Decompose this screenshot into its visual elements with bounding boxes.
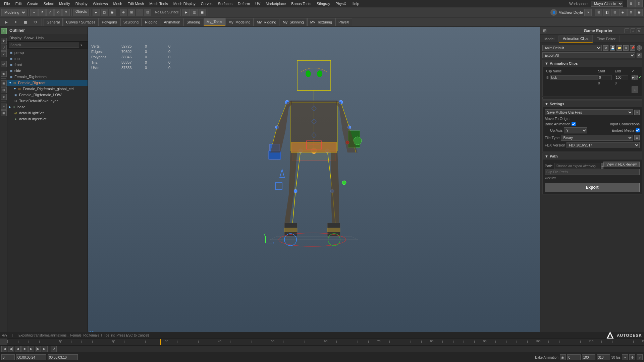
ge-save-icon[interactable]: 💾 [610, 45, 615, 51]
ge-preset-select[interactable]: Anim Default [542, 45, 602, 51]
menu-edit-mesh[interactable]: Edit Mesh [125, 1, 147, 6]
tl-range-end[interactable] [582, 354, 595, 360]
ge-save-clips-settings[interactable]: ▾ [634, 110, 640, 115]
shelf-refresh-icon[interactable]: ⟲ [31, 18, 40, 26]
ge-bake-checkbox[interactable] [572, 122, 576, 126]
menu-marketplace[interactable]: Marketplace [263, 1, 288, 6]
bake-anim-btn[interactable]: ◉ [560, 354, 566, 360]
tc-expand[interactable]: ⤢ [637, 354, 643, 360]
outliner-item-side[interactable]: ▣ side [7, 68, 88, 74]
tc-timeline-settings[interactable]: ⚙ [629, 354, 635, 360]
ge-up-axis-select[interactable]: Y [564, 127, 587, 133]
tab-polygons[interactable]: Polygons [99, 18, 120, 26]
ge-folder-icon[interactable]: 📁 [616, 45, 622, 51]
outliner-item-persp[interactable]: ▣ persp [7, 50, 88, 56]
ge-tab-anim-clips[interactable]: Animation Clips [559, 35, 593, 43]
ipr-icon[interactable]: ◫ [191, 9, 198, 16]
ge-export-select[interactable]: Export All [542, 52, 635, 58]
tab-my-modeling[interactable]: My_Modeling [225, 18, 253, 26]
tl-end-time-input[interactable] [48, 354, 78, 360]
menu-select[interactable]: Select [41, 1, 57, 6]
ge-pin-icon[interactable]: 📌 [630, 45, 635, 51]
ge-export-btn[interactable]: Export [545, 183, 640, 192]
tab-animation[interactable]: Animation [161, 18, 183, 26]
menu-stingray[interactable]: Stingray [314, 1, 333, 6]
ge-start-input[interactable] [598, 75, 611, 80]
scale-tool[interactable]: ⤢ [1, 51, 7, 57]
snap-curve-icon[interactable]: ⌒ [136, 9, 143, 16]
menu-uv[interactable]: UV [253, 1, 263, 6]
tc-prev-key[interactable]: ◀| [8, 346, 14, 352]
icon1[interactable]: ⊞ [595, 9, 602, 16]
tab-rigging[interactable]: Rigging [142, 18, 160, 26]
redo-icon[interactable]: ⟳ [62, 9, 70, 16]
ge-anim-clips-header[interactable]: ▼ Animation Clips [543, 60, 642, 67]
icon6[interactable]: ◉ [635, 9, 643, 16]
tab-sculpting[interactable]: Sculpting [120, 18, 142, 26]
paint-select-tool[interactable]: ◉ [1, 71, 7, 77]
tc-next-key[interactable]: |▶ [35, 346, 41, 352]
tab-my-rigging[interactable]: My_Rigging [254, 18, 279, 26]
menu-deform[interactable]: Deform [235, 1, 253, 6]
ge-path-header[interactable]: ▼ Path [543, 153, 642, 160]
menu-curves[interactable]: Curves [198, 1, 215, 6]
tab-my-skinning[interactable]: My_Skinning [280, 18, 307, 26]
outliner-item-front[interactable]: ▣ front [7, 62, 88, 68]
snap-surface-icon[interactable]: ⊡ [144, 9, 151, 16]
ge-tab-time-editor[interactable]: Time Editor [593, 36, 620, 42]
snap-tool[interactable]: ⊕ [1, 94, 7, 100]
mode-dropdown[interactable]: Modeling [1, 9, 26, 16]
ge-settings-header[interactable]: ▼ Settings [543, 101, 642, 107]
grid-tool[interactable]: ⊟ [1, 87, 7, 93]
paint-icon[interactable]: ◉ [109, 9, 116, 16]
tc-play-back[interactable]: ◀ [15, 346, 21, 352]
outliner-item-rig-bottom[interactable]: ▣ Female_Rig:bottom [7, 74, 88, 80]
outliner-item-objectset[interactable]: ● defaultObjectSet [7, 116, 88, 122]
outliner-search-input[interactable] [9, 43, 79, 48]
lasso-icon[interactable]: ◻ [101, 9, 108, 16]
snap-grid-icon[interactable]: ⊞ [128, 9, 135, 16]
ge-path-input[interactable] [554, 163, 600, 169]
ge-clip-prefix-input[interactable] [545, 169, 640, 175]
ge-scroll-area[interactable] [542, 97, 642, 100]
lattice-tool[interactable]: ⊞ [1, 110, 7, 116]
ge-save-clips-select[interactable]: Save Multiple Clip Files [545, 109, 633, 115]
tc-loop[interactable]: ↺ [51, 346, 57, 352]
timeline-ruler[interactable]: 0102030405060708090100110120 [7, 339, 644, 345]
scale-icon[interactable]: ⤢ [46, 9, 54, 16]
view-cube-tool[interactable]: ⊞ [1, 80, 7, 86]
ge-help-btn[interactable]: ? [637, 45, 642, 51]
transform-icon[interactable]: ↔ [30, 9, 38, 16]
menu-windows[interactable]: Windows [90, 1, 111, 6]
ge-fbx-version-select[interactable]: FBX 2016/2017 [567, 142, 640, 148]
snap-point-icon[interactable]: ⊕ [120, 9, 127, 16]
icon2[interactable]: ◧ [603, 9, 610, 16]
search-filter-icon[interactable]: ▾ [80, 43, 82, 47]
ge-add-clip-btn[interactable]: + [632, 86, 638, 93]
outliner-item-lightset[interactable]: ◎ defaultLightSet [7, 110, 88, 116]
fps-dropdown[interactable]: ▾ [622, 354, 628, 360]
menu-file[interactable]: File [1, 1, 13, 6]
icon3[interactable]: ⊟ [611, 9, 619, 16]
ge-loop-icon[interactable]: ↺ [635, 75, 638, 80]
outliner-item-female-low[interactable]: ▣ Female_Rig:female_LOW [7, 92, 88, 98]
rotate-tool[interactable]: ↺ [1, 45, 7, 51]
ge-maximize-btn[interactable]: □ [631, 28, 635, 33]
ge-file-type-settings-icon[interactable]: ⚙ [634, 135, 640, 140]
shelf-square-icon[interactable]: ◼ [21, 18, 30, 26]
tc-prev-frame[interactable]: |◀ [1, 346, 7, 352]
user-dropdown-icon[interactable]: ▾ [584, 9, 592, 16]
menu-help[interactable]: Help [349, 1, 362, 6]
menu-mesh-display[interactable]: Mesh Display [171, 1, 198, 6]
tab-shading[interactable]: Shading [183, 18, 203, 26]
outliner-item-turtle-layer[interactable]: ⊟ TurtleDefaultBakeLayer [7, 98, 88, 104]
menu-physx[interactable]: PhysX [333, 1, 349, 6]
menu-bonus-tools[interactable]: Bonus Tools [288, 1, 314, 6]
render-icon[interactable]: ▶ [182, 9, 190, 16]
viewport-panel[interactable]: View Shading Lighting Show Options Panel… [88, 27, 540, 339]
menu-mesh-tools[interactable]: Mesh Tools [147, 1, 170, 6]
ge-clip-name-input[interactable] [550, 75, 598, 80]
undo-icon[interactable]: ⟲ [54, 9, 62, 16]
tl-range-start[interactable] [567, 354, 581, 360]
icon5[interactable]: ⊕ [627, 9, 635, 16]
